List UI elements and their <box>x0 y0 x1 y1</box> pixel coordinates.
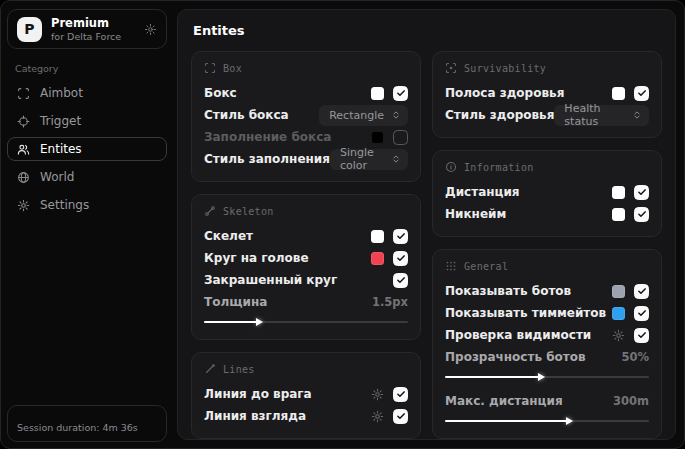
setting-row: Скелет <box>204 225 408 247</box>
chevrons-up-down-icon <box>391 154 401 164</box>
card-box: Box Бокс Стиль бокса Rectangle <box>191 51 421 182</box>
visibility-settings-gear-icon[interactable] <box>612 329 625 342</box>
selected-option: Single color <box>340 146 384 172</box>
gear-icon <box>17 199 30 212</box>
health-style-select[interactable]: Health status <box>554 105 649 126</box>
line-settings-gear-icon[interactable] <box>371 388 384 401</box>
sidebar-item-world[interactable]: World <box>7 165 167 189</box>
sidebar-item-label: Aimbot <box>40 86 83 100</box>
sidebar-item-label: Trigget <box>40 114 81 128</box>
bot-opacity-slider[interactable] <box>445 371 649 383</box>
slider-thumb[interactable] <box>538 373 545 381</box>
setting-row: Линия взгляда <box>204 405 408 427</box>
color-swatch[interactable] <box>612 186 625 199</box>
slider-thumb[interactable] <box>256 318 263 326</box>
setting-row: Заполнение бокса <box>204 126 408 148</box>
setting-label: Показывать тиммейтов <box>445 306 606 320</box>
slider-value: 50% <box>621 350 649 364</box>
bone-icon <box>204 205 216 217</box>
settings-gear-icon[interactable] <box>144 23 157 36</box>
setting-row: Закрашенный круг <box>204 269 408 291</box>
section-title: Box <box>223 63 242 74</box>
page-title: Entites <box>193 23 662 38</box>
setting-row: Толщина 1.5px <box>204 291 408 328</box>
color-swatch[interactable] <box>612 307 625 320</box>
max-distance-slider[interactable] <box>445 415 649 427</box>
setting-label: Прозрачность ботов <box>445 350 586 364</box>
sidebar-item-aimbot[interactable]: Aimbot <box>7 81 167 105</box>
checkbox[interactable] <box>393 229 408 244</box>
color-swatch[interactable] <box>371 87 384 100</box>
thickness-slider[interactable] <box>204 316 408 328</box>
setting-label: Закрашенный круг <box>204 273 337 287</box>
setting-row: Никнейм <box>445 203 649 225</box>
users-icon <box>17 143 30 156</box>
checkbox[interactable] <box>634 207 649 222</box>
checkbox[interactable] <box>634 86 649 101</box>
color-swatch[interactable] <box>371 230 384 243</box>
color-swatch[interactable] <box>612 285 625 298</box>
checkbox[interactable] <box>634 185 649 200</box>
card-survivability: Survivability Полоса здоровья Стиль здор… <box>432 51 662 138</box>
premium-title: Premium <box>51 16 121 30</box>
section-title: General <box>464 261 508 272</box>
selected-option: Rectangle <box>329 109 384 122</box>
setting-label: Заполнение бокса <box>204 130 331 144</box>
slider-thumb[interactable] <box>566 417 573 425</box>
checkbox[interactable] <box>393 130 408 145</box>
line-settings-gear-icon[interactable] <box>371 410 384 423</box>
crosshair-icon <box>17 115 30 128</box>
chevrons-up-down-icon <box>391 110 401 120</box>
sidebar-item-label: Entites <box>40 142 82 156</box>
checkbox[interactable] <box>393 86 408 101</box>
category-label: Category <box>15 63 167 74</box>
checkbox[interactable] <box>393 273 408 288</box>
section-title: Lines <box>223 364 255 375</box>
checkbox[interactable] <box>634 306 649 321</box>
card-lines: Lines Линия до врага Линия взгляда <box>191 352 421 439</box>
setting-row: Дистанция <box>445 181 649 203</box>
color-swatch[interactable] <box>371 131 384 144</box>
checkbox[interactable] <box>393 409 408 424</box>
section-title: Skeleton <box>223 206 274 217</box>
sidebar-item-label: World <box>40 170 74 184</box>
scan-icon <box>17 87 30 100</box>
session-duration-card: Session duration: 4m 36s <box>7 405 167 442</box>
card-general: General Показывать ботов Показывать тимм… <box>432 249 662 439</box>
setting-label: Бокс <box>204 86 237 100</box>
sidebar-item-trigget[interactable]: Trigget <box>7 109 167 133</box>
setting-row: Стиль бокса Rectangle <box>204 104 408 126</box>
card-information: Information Дистанция Никнейм <box>432 150 662 237</box>
box-icon <box>204 62 216 74</box>
setting-row: Прозрачность ботов 50% <box>445 346 649 383</box>
checkbox[interactable] <box>634 328 649 343</box>
checkbox[interactable] <box>393 387 408 402</box>
sidebar-nav: Aimbot Trigget Entites World Settings <box>7 81 167 217</box>
sidebar-item-entites[interactable]: Entites <box>7 137 167 161</box>
checkbox[interactable] <box>393 251 408 266</box>
setting-row: Стиль заполнения Single color <box>204 148 408 170</box>
main-panel: Entites Box Бокс <box>177 9 676 440</box>
sidebar-item-label: Settings <box>40 198 89 212</box>
color-swatch[interactable] <box>371 252 384 265</box>
setting-label: Стиль бокса <box>204 108 289 122</box>
fill-style-select[interactable]: Single color <box>330 149 408 170</box>
setting-label: Стиль заполнения <box>204 152 330 166</box>
checkbox[interactable] <box>634 284 649 299</box>
setting-row: Стиль здоровья Health status <box>445 104 649 126</box>
setting-label: Стиль здоровья <box>445 108 554 122</box>
setting-row: Полоса здоровья <box>445 82 649 104</box>
color-swatch[interactable] <box>612 208 625 221</box>
box-style-select[interactable]: Rectangle <box>319 105 408 126</box>
sidebar: P Premium for Delta Force Category Aimbo… <box>1 1 173 448</box>
setting-label: Линия до врага <box>204 387 312 401</box>
app-logo: P <box>17 17 42 42</box>
app-window: P Premium for Delta Force Category Aimbo… <box>0 0 685 449</box>
info-icon <box>445 161 457 173</box>
card-skeleton: Skeleton Скелет Круг на голове <box>191 194 421 340</box>
sidebar-item-settings[interactable]: Settings <box>7 193 167 217</box>
slider-value: 300m <box>613 394 649 408</box>
section-title: Survivability <box>464 63 546 74</box>
setting-row: Круг на голове <box>204 247 408 269</box>
color-swatch[interactable] <box>612 87 625 100</box>
